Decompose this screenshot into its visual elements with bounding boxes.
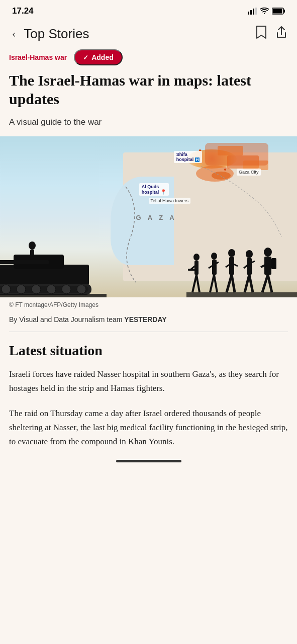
svg-line-29 [196,275,200,292]
battery-icon [272,8,285,15]
byline-time: YESTERDAY [124,315,166,324]
svg-rect-39 [229,257,234,275]
image-caption: © FT montage/AFP/Getty Images [9,297,288,311]
bookmark-button[interactable] [256,25,267,42]
nav-title: Top Stories [24,26,89,42]
svg-point-18 [2,285,11,294]
section-heading-0: Latest situation [9,342,288,359]
status-bar: 17.24 [0,0,297,20]
signal-icon [248,8,257,15]
article-headline: The Israel-Hamas war in maps: latest upd… [9,71,288,108]
bookmark-icon [256,25,267,39]
svg-point-26 [193,254,200,261]
svg-rect-45 [247,258,252,275]
body-paragraph-0-0: Israeli forces have raided Nasser hospit… [9,367,288,395]
svg-rect-0 [248,12,249,15]
person-silhouettes [186,232,297,297]
home-indicator [116,460,181,462]
svg-line-47 [249,275,253,292]
share-button[interactable] [276,26,287,42]
svg-point-50 [264,248,272,257]
byline-author: By Visual and Data Journalism team [9,315,122,324]
map-label-gazacity: Gaza City [237,169,261,176]
svg-point-44 [246,250,253,258]
svg-rect-25 [186,292,297,297]
svg-rect-2 [253,9,254,15]
map-label-telalhawa: Tel al Hawa towers [149,198,191,204]
svg-point-19 [17,285,26,294]
svg-rect-17 [0,286,88,293]
svg-rect-31 [188,269,197,271]
map-dot-3 [224,169,226,171]
svg-rect-56 [271,258,276,269]
nav-right [256,25,287,42]
article-subheadline: A visual guide to the war [9,116,288,128]
status-time: 17.24 [12,6,34,16]
added-check-icon: ✓ [83,54,88,61]
svg-rect-15 [0,260,49,264]
byline: By Visual and Data Journalism team YESTE… [9,311,288,332]
svg-point-22 [62,285,71,294]
svg-point-7 [29,242,36,250]
gaza-map-text: G A Z A [136,214,176,221]
svg-rect-3 [255,8,257,15]
nav-bar: ‹ Top Stories [0,20,297,49]
svg-rect-5 [273,9,282,14]
body-paragraph-0-1: The raid on Thursday came a day after Is… [9,407,288,449]
article-container: Israel-Hamas war ✓ Added The Israel-Hama… [0,49,297,128]
wifi-icon [260,8,269,15]
svg-line-41 [232,275,235,292]
map-label-alquds: Al Qudshospital 📍 [139,183,169,196]
category-label[interactable]: Israel-Hamas war [9,53,67,61]
damage-zone-cluster [205,143,268,166]
svg-line-35 [214,275,217,292]
svg-rect-33 [212,260,217,275]
back-button[interactable]: ‹ [10,25,18,42]
svg-point-32 [211,253,217,260]
svg-rect-1 [250,10,252,15]
svg-point-23 [77,285,86,294]
svg-point-38 [228,249,235,257]
added-button[interactable]: ✓ Added [74,49,123,65]
svg-line-28 [192,275,196,292]
article-image-wrapper: Shifahospital H Al Qudshospital 📍 Tel al… [0,136,297,297]
added-label: Added [91,53,114,61]
svg-rect-27 [194,261,199,275]
svg-point-21 [47,285,56,294]
svg-rect-6 [284,10,285,13]
tank-silhouette [0,219,107,297]
article-image: Shifahospital H Al Qudshospital 📍 Tel al… [0,136,297,297]
svg-rect-24 [0,294,107,297]
nav-left: ‹ Top Stories [10,25,89,42]
svg-point-20 [32,285,41,294]
share-icon [276,26,287,39]
status-icons [248,8,285,15]
svg-line-34 [210,275,214,292]
article-body-container: By Visual and Data Journalism team YESTE… [0,311,297,449]
category-row: Israel-Hamas war ✓ Added [9,49,288,65]
map-label-shifa: Shifahospital H [174,151,203,163]
svg-line-52 [262,275,268,292]
svg-line-53 [268,275,272,292]
